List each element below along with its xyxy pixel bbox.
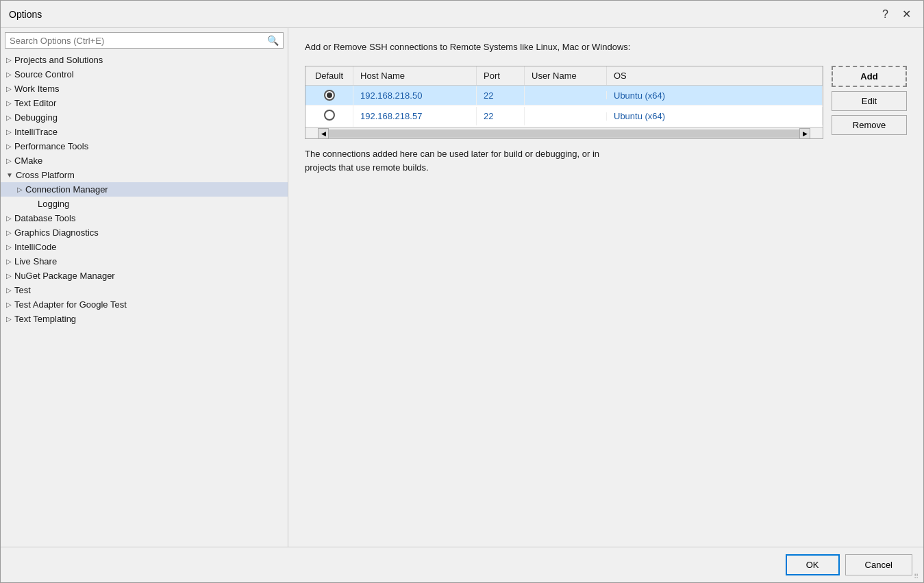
tree-arrow-live-share: ▷ <box>6 258 12 265</box>
tree-arrow-text-templating: ▷ <box>6 315 12 323</box>
resize-handle: ⠿ <box>914 573 922 581</box>
tree-label-projects: Projects and Solutions <box>14 55 103 65</box>
add-button[interactable]: Add <box>832 66 907 87</box>
tree-arrow-text-editor: ▷ <box>6 99 12 107</box>
edit-button[interactable]: Edit <box>832 91 907 111</box>
table-and-buttons: Default Host Name Port User Name OS 192.… <box>305 66 907 139</box>
options-dialog: Options ? ✕ 🔍 ▷Projects and Solutions▷So… <box>0 0 924 583</box>
tree-arrow-graphics-diagnostics: ▷ <box>6 229 12 236</box>
cell-port-1: 22 <box>477 107 525 125</box>
tree-label-logging: Logging <box>38 199 69 209</box>
cell-user-0 <box>525 91 607 99</box>
tree-label-text-editor: Text Editor <box>14 98 56 108</box>
cell-user-1 <box>525 112 607 121</box>
col-header-port: Port <box>477 66 525 85</box>
tree-item-work-items[interactable]: ▷Work Items <box>1 82 288 96</box>
table-body[interactable]: 192.168.218.5022Ubuntu (x64)192.168.218.… <box>305 86 823 127</box>
tree-arrow-work-items: ▷ <box>6 85 12 92</box>
tree-label-graphics-diagnostics: Graphics Diagnostics <box>14 227 99 238</box>
tree-item-graphics-diagnostics[interactable]: ▷Graphics Diagnostics <box>1 225 288 240</box>
tree-arrow-intellitrace: ▷ <box>6 128 12 136</box>
content-area: 🔍 ▷Projects and Solutions▷Source Control… <box>1 28 923 547</box>
tree-arrow-source-control: ▷ <box>6 71 12 78</box>
search-input[interactable] <box>10 36 267 46</box>
tree-label-cmake: CMake <box>14 156 42 166</box>
cell-default-0[interactable] <box>305 86 353 105</box>
tree-item-database-tools[interactable]: ▷Database Tools <box>1 211 288 225</box>
tree-item-projects[interactable]: ▷Projects and Solutions <box>1 53 288 67</box>
tree-arrow-test: ▷ <box>6 286 12 294</box>
tree-item-cross-platform[interactable]: ▼Cross Platform <box>1 168 288 182</box>
tree-label-live-share: Live Share <box>14 256 57 266</box>
tree-item-live-share[interactable]: ▷Live Share <box>1 254 288 269</box>
tree-arrow-cross-platform: ▼ <box>6 171 13 179</box>
cell-default-1[interactable] <box>305 106 353 127</box>
bottom-note: The connections added here can be used l… <box>305 147 907 174</box>
tree-arrow-performance-tools: ▷ <box>6 142 12 150</box>
radio-0[interactable] <box>324 90 335 101</box>
cell-host-1: 192.168.218.57 <box>353 107 477 125</box>
tree-label-connection-manager: Connection Manager <box>25 184 108 195</box>
bottom-note-line1: The connections added here can be used l… <box>305 149 599 159</box>
tree-label-nuget-package-manager: NuGet Package Manager <box>14 271 115 281</box>
action-buttons: Add Edit Remove <box>832 66 907 139</box>
tree-item-text-editor[interactable]: ▷Text Editor <box>1 96 288 110</box>
cell-os-0: Ubuntu (x64) <box>607 86 823 105</box>
tree-item-test[interactable]: ▷Test <box>1 283 288 297</box>
left-panel: 🔍 ▷Projects and Solutions▷Source Control… <box>1 28 288 547</box>
col-header-user: User Name <box>525 66 607 85</box>
radio-1[interactable] <box>324 110 335 121</box>
tree-arrow-connection-manager: ▷ <box>17 186 23 193</box>
tree-item-logging[interactable]: Logging <box>1 197 288 211</box>
tree-label-source-control: Source Control <box>14 69 74 79</box>
tree-label-debugging: Debugging <box>14 112 58 123</box>
tree-arrow-cmake: ▷ <box>6 157 12 164</box>
tree-item-source-control[interactable]: ▷Source Control <box>1 67 288 82</box>
cell-os-1: Ubuntu (x64) <box>607 107 823 125</box>
tree-label-work-items: Work Items <box>14 84 60 94</box>
tree-arrow-projects: ▷ <box>6 56 12 64</box>
col-header-default: Default <box>305 66 353 85</box>
ok-button[interactable]: OK <box>786 554 840 575</box>
tree-label-intellicode: IntelliCode <box>14 242 56 252</box>
tree-item-cmake[interactable]: ▷CMake <box>1 153 288 168</box>
tree-arrow-intellicode: ▷ <box>6 243 12 251</box>
scrollbar-track[interactable] <box>329 129 799 138</box>
tree-item-text-templating[interactable]: ▷Text Templating <box>1 312 288 326</box>
tree-item-debugging[interactable]: ▷Debugging <box>1 110 288 125</box>
help-button[interactable]: ? <box>878 6 892 22</box>
col-header-host: Host Name <box>353 66 477 85</box>
tree-arrow-nuget-package-manager: ▷ <box>6 272 12 280</box>
tree-label-intellitrace: IntelliTrace <box>14 127 58 137</box>
tree-item-intellitrace[interactable]: ▷IntelliTrace <box>1 125 288 139</box>
tree-arrow-database-tools: ▷ <box>6 214 12 222</box>
remove-button[interactable]: Remove <box>832 115 907 135</box>
scroll-right-btn[interactable]: ▶ <box>799 128 810 139</box>
tree-item-intellicode[interactable]: ▷IntelliCode <box>1 240 288 254</box>
col-header-os: OS <box>607 66 823 85</box>
panel-description: Add or Remove SSH connections to Remote … <box>305 42 907 52</box>
tree-item-test-adapter-google[interactable]: ▷Test Adapter for Google Test <box>1 297 288 312</box>
bottom-note-line2: projects that use remote builds. <box>305 162 429 173</box>
table-row[interactable]: 192.168.218.5722Ubuntu (x64) <box>305 106 823 127</box>
search-icon: 🔍 <box>267 35 279 46</box>
cell-port-0: 22 <box>477 86 525 105</box>
cancel-button[interactable]: Cancel <box>845 554 912 575</box>
search-box[interactable]: 🔍 <box>5 32 284 49</box>
tree-arrow-test-adapter-google: ▷ <box>6 301 12 308</box>
tree-item-connection-manager[interactable]: ▷Connection Manager <box>1 182 288 197</box>
tree-item-nuget-package-manager[interactable]: ▷NuGet Package Manager <box>1 269 288 283</box>
tree-label-cross-platform: Cross Platform <box>16 170 75 180</box>
table-header: Default Host Name Port User Name OS <box>305 66 823 86</box>
tree-label-performance-tools: Performance Tools <box>14 141 88 151</box>
tree-container[interactable]: ▷Projects and Solutions▷Source Control▷W… <box>1 53 288 547</box>
dialog-title: Options <box>9 9 42 20</box>
tree-label-database-tools: Database Tools <box>14 213 75 223</box>
table-scrollbar[interactable]: ◀ ▶ <box>305 127 823 138</box>
close-button[interactable]: ✕ <box>898 6 915 22</box>
scroll-left-btn[interactable]: ◀ <box>318 128 329 139</box>
title-bar: Options ? ✕ <box>1 1 923 28</box>
table-row[interactable]: 192.168.218.5022Ubuntu (x64) <box>305 86 823 106</box>
connections-table: Default Host Name Port User Name OS 192.… <box>305 66 823 139</box>
tree-item-performance-tools[interactable]: ▷Performance Tools <box>1 139 288 153</box>
